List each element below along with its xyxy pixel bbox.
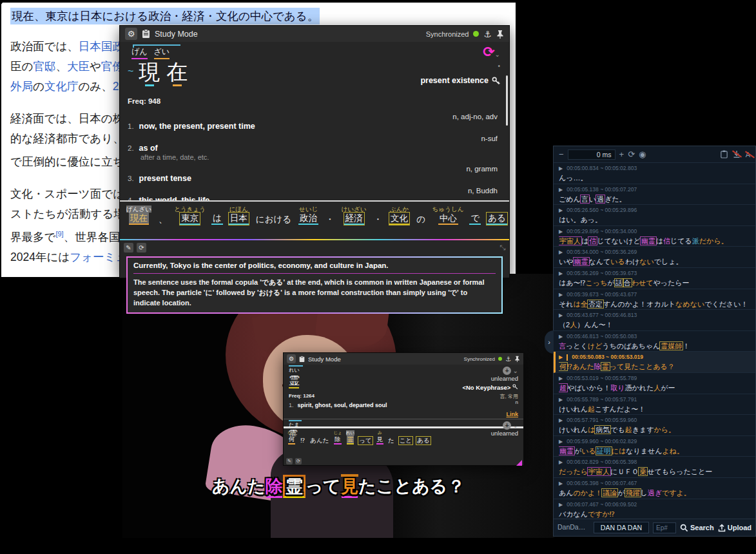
sentence-token[interactable]: ・	[324, 207, 336, 225]
subtitle-word[interactable]: こすんだよ〜！	[595, 405, 645, 413]
subtitle-word[interactable]: が	[574, 447, 581, 455]
subtitle-word[interactable]: せてもらったことー	[647, 468, 712, 475]
furigana-disabled-icon[interactable]: A	[746, 151, 750, 158]
subtitle-word[interactable]: やったらー	[653, 279, 689, 287]
subtitle-row[interactable]: ▶00:05:00.834 ~ 00:05:02.803んっ…。	[554, 163, 755, 184]
subtitle-word[interactable]: バカなん	[559, 510, 588, 518]
subtitle-word[interactable]: 過ぎ	[648, 489, 662, 497]
headword-char[interactable]: 在	[166, 61, 188, 86]
subtitle-row[interactable]: ▶00:06:02.829 ~ 00:06:05.398だったら宇宙人にＵＦＯ乗…	[554, 457, 755, 478]
subtitle-row[interactable]: ▶00:05:50.083 ~ 00:05:53.019何⁉あんた除霊って見たこ…	[554, 352, 755, 373]
play-row-icon[interactable]: ▶	[559, 437, 563, 446]
play-row-icon[interactable]: ▶	[559, 186, 563, 194]
sentence-token[interactable]: こと	[399, 432, 412, 444]
subtitle-word[interactable]: 乗	[639, 468, 647, 475]
subtitle-word[interactable]: ぎた。	[605, 195, 626, 203]
subtitle-row[interactable]: ▶00:05:05.138 ~ 00:05:07.207ごめん言い過ぎた。	[554, 184, 755, 205]
sentence-token[interactable]: ⁉	[300, 432, 305, 444]
subtitle-word[interactable]: ですか⁉	[588, 510, 615, 518]
play-row-icon[interactable]: ▶	[559, 416, 563, 425]
subtitle-word[interactable]: ）んん〜！	[577, 321, 613, 329]
subtitle-word[interactable]: ごめん	[559, 195, 581, 203]
subtitle-row[interactable]: ▶00:05:55.789 ~ 00:05:57.791けいれん起こすんだよ〜！	[554, 394, 755, 416]
pin-icon[interactable]	[496, 30, 504, 39]
sentence-token[interactable]: で	[469, 205, 481, 225]
subtitle-word[interactable]: じてる	[670, 237, 692, 245]
headword-char[interactable]: 現	[139, 61, 160, 86]
subtitle-word[interactable]: だから。	[699, 237, 728, 245]
subtitle-token[interactable]: 除	[266, 477, 283, 496]
sentence-token[interactable]: み見	[376, 430, 384, 444]
subtitle-word[interactable]: は	[574, 300, 581, 308]
subtitle-word[interactable]: 言	[581, 195, 589, 203]
subtitle-word[interactable]: 否定	[588, 300, 603, 308]
subtitle-word[interactable]: 幽霊	[574, 258, 589, 265]
clipboard-icon[interactable]	[299, 356, 305, 363]
retranslate-icon[interactable]: ⟳	[295, 458, 302, 464]
chevron-down-icon[interactable]: ⌄	[513, 367, 518, 374]
subtitle-word[interactable]: 過	[596, 195, 605, 203]
subtitle-word[interactable]: が	[617, 489, 625, 497]
play-row-icon[interactable]: ▶	[559, 164, 563, 173]
subtitle-word[interactable]: は	[588, 426, 595, 434]
subtitle-word[interactable]: 霊媒師	[660, 342, 683, 350]
subtitle-word[interactable]: 霊	[601, 363, 610, 370]
subtitle-word[interactable]: のかよ！	[574, 489, 603, 497]
subtitle-token[interactable]: あんた	[212, 477, 266, 496]
subtitle-word[interactable]: だったら	[559, 468, 588, 475]
sentence-token[interactable]: あんた	[309, 432, 329, 444]
subtitle-row[interactable]: ▶00:05:57.791 ~ 00:05:59.960けいれんは病気でも起きま…	[554, 415, 755, 436]
key-icon[interactable]	[512, 384, 518, 390]
collapse-panel-button[interactable]: ›	[545, 330, 554, 354]
subtitle-word[interactable]: けいれん	[559, 405, 588, 413]
pin-icon[interactable]	[514, 356, 520, 362]
subtitle-word[interactable]: けいれん	[559, 426, 588, 434]
subtitle-word[interactable]: なんて	[589, 258, 611, 265]
play-row-icon[interactable]: ▶	[559, 501, 563, 509]
subtitle-row[interactable]: ▶00:05:53.019 ~ 00:05:55.789超やばいから！取り憑かれ…	[554, 373, 755, 394]
subtitle-word[interactable]: は	[581, 237, 588, 245]
clipboard-icon[interactable]	[142, 29, 150, 39]
play-row-icon[interactable]: ▶	[559, 248, 563, 256]
subtitle-token[interactable]: た	[358, 477, 376, 496]
subtitle-word[interactable]: ！	[683, 342, 690, 350]
subtitle-word[interactable]: 取り	[610, 384, 625, 392]
play-row-icon[interactable]: ▶	[559, 269, 563, 278]
sentence-token[interactable]: ある	[487, 205, 507, 225]
subtitle-word[interactable]: 信	[588, 237, 597, 245]
sentence-token[interactable]: の	[415, 207, 427, 225]
subtitle-word[interactable]: はい。あっ。	[559, 216, 602, 224]
subtitle-word[interactable]: けど	[588, 342, 603, 350]
sentence-token[interactable]: ぶんか文化	[389, 205, 409, 225]
subtitle-word[interactable]: いる	[581, 447, 596, 455]
wiki-link[interactable]: 官邸	[33, 60, 55, 73]
highlighted-sentence[interactable]: 現在、東京は日本における政治・経済・文化の中心である。	[10, 8, 320, 24]
popup-header[interactable]: ⚙ Study Mode Synchronized ⚓	[120, 26, 509, 42]
play-row-icon[interactable]: ▶	[559, 479, 563, 488]
subtitle-word[interactable]: でしょ。	[654, 258, 683, 265]
subtitle-word[interactable]: すんのかよ！オカルト	[603, 300, 675, 308]
subtitle-word[interactable]: 幽霊	[641, 237, 656, 245]
upload-button[interactable]: Upload	[718, 524, 751, 532]
subtitle-word[interactable]: なりません	[626, 447, 662, 455]
play-row-icon[interactable]: ▶	[559, 374, 563, 383]
subtitle-word[interactable]: 証明	[596, 447, 612, 455]
subtitle-word[interactable]: が	[607, 279, 614, 287]
edit-sentence-icon[interactable]: ✎	[124, 243, 133, 253]
subtitle-word[interactable]: 信	[663, 237, 670, 245]
episode-number-input[interactable]: Ep#	[653, 522, 676, 533]
copy-subtitles-icon[interactable]	[721, 150, 728, 158]
key-icon[interactable]	[492, 77, 500, 85]
subtitle-word[interactable]: っとく	[566, 342, 588, 350]
sentence-token[interactable]: ある	[416, 432, 430, 444]
subtitle-word[interactable]: た	[631, 363, 638, 370]
subtitle-word[interactable]: なめ	[675, 300, 690, 308]
headword[interactable]: 霊	[289, 373, 300, 388]
subtitle-word[interactable]: って	[610, 363, 625, 370]
subtitle-row[interactable]: ▶00:05:36.269 ~ 00:05:39.673はあ〜⁉こっちが話合わせ…	[554, 268, 755, 289]
wiki-link[interactable]: 外局	[10, 80, 33, 93]
jump-to-current-icon[interactable]: ◉	[639, 149, 646, 159]
subtitle-word[interactable]: ない	[690, 300, 705, 308]
subtitle-row[interactable]: ▶00:05:59.960 ~ 00:06:02.829幽霊がいる証明にはなりま…	[554, 436, 755, 457]
search-button[interactable]: Search	[680, 524, 714, 532]
